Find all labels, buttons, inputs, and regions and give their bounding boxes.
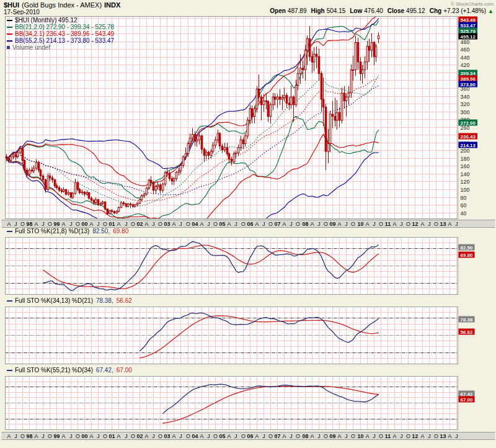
bb34-legend-row: BB(34,2.1) 236.43 - 389.96 - 543.49 <box>7 30 114 37</box>
volume-legend: Volume undef <box>12 44 50 51</box>
stoch2-legend: Full STO %K(34,13) %D(21) 78.38, 56.62 <box>7 297 132 304</box>
stoch2-label: Full STO %K(34,13) %D(21) <box>15 297 93 304</box>
chg-label: Chg <box>430 7 441 14</box>
symbol: $HUI <box>4 1 19 9</box>
volume-legend-marker <box>7 46 10 49</box>
bb55-legend-row: BB(55,2.5) 214.13 - 373.80 - 533.47 <box>7 37 114 44</box>
stoch3-legend-marker <box>7 370 12 371</box>
main-chart-legend: $HUI (Monthly) 495.12 BB(21,2.0) 272.90 … <box>7 17 114 51</box>
price-legend: $HUI (Monthly) 495.12 <box>15 17 78 24</box>
chart-area: $HUI (Monthly) 495.12 BB(21,2.0) 272.90 … <box>0 15 496 448</box>
high-label: High <box>311 7 324 14</box>
stoch1-k-value: 82.50, <box>92 228 110 235</box>
stoch3-legend: Full STO %K(55,21) %D(34) 67.42, 67.00 <box>7 367 132 374</box>
bb21-legend-row: BB(21,2.0) 272.90 - 399.34 - 525.78 <box>7 24 114 30</box>
header-left: $HUI(Gold Bugs Index - AMEX)INDX 17-Sep-… <box>4 1 120 15</box>
header: $HUI(Gold Bugs Index - AMEX)INDX 17-Sep-… <box>0 0 496 15</box>
close-label: Close <box>388 7 404 14</box>
high-value: 504.15 <box>327 7 346 14</box>
price-legend-row: $HUI (Monthly) 495.12 <box>7 17 114 24</box>
bb2-legend: BB(55,2.5) 214.13 - 373.80 - 533.47 <box>15 37 114 44</box>
bb2-legend-marker <box>7 40 12 42</box>
stoch1-d-value: 69.80 <box>113 228 128 235</box>
stoch3-label: Full STO %K(55,21) %D(34) <box>15 367 93 374</box>
open-label: Open <box>270 7 286 14</box>
low-value: 476.40 <box>364 7 383 14</box>
stoch3-k-value: 67.42, <box>96 367 113 374</box>
chg-value: +7.23 (+1.48%) <box>443 7 486 14</box>
copyright: © StockCharts.com <box>270 1 494 7</box>
stoch2-k-value: 78.38, <box>96 297 113 304</box>
bb1-legend-marker <box>7 34 12 35</box>
stoch1-legend: Full STO %K(21,8) %D(13) 82.50, 69.80 <box>7 228 128 235</box>
bb0-legend-marker <box>7 27 12 28</box>
low-label: Low <box>350 7 362 14</box>
quote-line: Open487.89High504.15Low476.40Close495.12… <box>270 7 494 14</box>
bb1-legend: BB(34,2.1) 236.43 - 389.96 - 543.49 <box>15 30 114 37</box>
price-series-marker-icon <box>7 20 12 21</box>
stoch1-label: Full STO %K(21,8) %D(13) <box>15 228 89 235</box>
open-value: 487.89 <box>288 7 307 14</box>
close-value: 495.12 <box>406 7 425 14</box>
exchange: INDX <box>104 1 120 9</box>
chart-title: $HUI(Gold Bugs Index - AMEX)INDX <box>4 1 120 9</box>
stoch2-legend-marker <box>7 300 12 302</box>
volume-legend-row: Volume undef <box>7 44 114 51</box>
symbol-name: (Gold Bugs Index - AMEX) <box>22 1 102 9</box>
stockcharts-page: $HUI(Gold Bugs Index - AMEX)INDX 17-Sep-… <box>0 0 496 448</box>
stoch3-d-value: 67.00 <box>117 367 132 374</box>
bb0-legend: BB(21,2.0) 272.90 - 399.34 - 525.78 <box>15 24 114 30</box>
stoch1-legend-marker <box>7 231 12 232</box>
stoch2-d-value: 56.62 <box>117 297 132 304</box>
chg-up-arrow-icon: ▲ <box>488 8 494 14</box>
header-right: © StockCharts.com Open487.89High504.15Lo… <box>270 1 494 15</box>
